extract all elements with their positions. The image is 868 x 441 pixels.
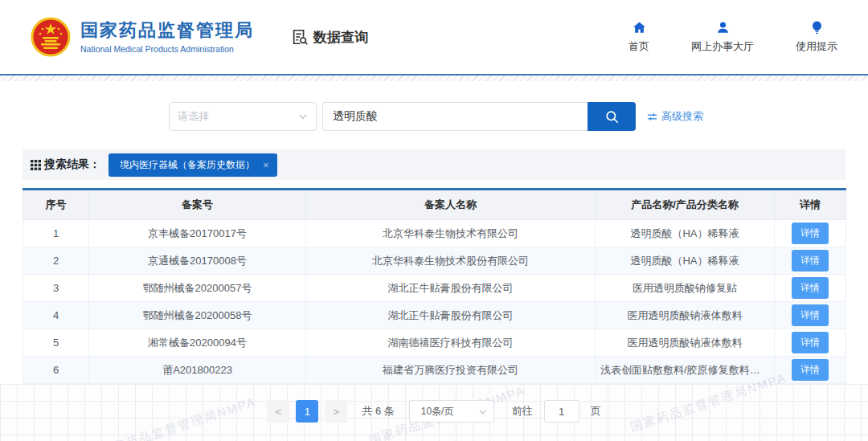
page-size-value: 10条/页: [421, 405, 454, 419]
search-button[interactable]: [588, 102, 636, 131]
table-row: 6 莆A201800223 福建省万腾医疗投资有限公司 浅表创面贴敷敷料/胶原修…: [23, 357, 846, 384]
nav-item-home[interactable]: 首页: [628, 20, 649, 54]
org-logo[interactable]: 国家药品监督管理局 National Medical Products Admi…: [31, 17, 254, 57]
col-header-index: 序号: [23, 190, 89, 220]
detail-button[interactable]: 详情: [792, 304, 829, 326]
goto-suffix-label: 页: [591, 404, 601, 419]
search-icon: [604, 109, 620, 125]
table-row: 2 京通械备20170008号 北京华科泰生物技术股份有限公司 透明质酸（HA）…: [23, 247, 846, 275]
row-registrant: 湖南德禧医疗科技有限公司: [306, 329, 596, 357]
next-page-button[interactable]: >: [325, 400, 347, 423]
row-product: 医用透明质酸钠液体敷料: [596, 329, 775, 357]
goto-page-input[interactable]: [544, 400, 579, 423]
results-table: 序号 备案号 备案人名称 产品名称/产品分类名称 详情 1 京丰械备201700…: [23, 188, 846, 384]
keyword-input[interactable]: [322, 102, 588, 131]
chevron-down-icon: [478, 407, 487, 416]
total-count-label: 共 6 条: [362, 404, 394, 419]
detail-button[interactable]: 详情: [792, 359, 829, 381]
sliders-icon: [647, 112, 657, 122]
footer: 国家药品监督管理局NMPA 国家药品监督管理局NMPA 国家药品监督管理局NMP…: [0, 384, 868, 441]
bulb-icon: [809, 20, 825, 35]
row-record-no: 莆A201800223: [89, 357, 306, 384]
table-row: 3 鄂随州械备20200057号 湖北正牛贴膏股份有限公司 医用透明质酸钠修复贴…: [23, 275, 846, 302]
row-registrant: 湖北正牛贴膏股份有限公司: [306, 275, 596, 302]
row-registrant: 福建省万腾医疗投资有限公司: [306, 357, 596, 384]
nav-label: 使用提示: [796, 39, 837, 54]
row-product: 浅表创面贴敷敷料/胶原修复敷料、浅表创面...: [596, 357, 775, 384]
row-registrant: 北京华科泰生物技术有限公司: [306, 220, 596, 247]
col-header-product: 产品名称/产品分类名称: [596, 190, 775, 220]
detail-button[interactable]: 详情: [792, 250, 829, 272]
chevron-down-icon: [298, 112, 308, 121]
row-index: 1: [23, 220, 89, 247]
row-index: 5: [23, 329, 89, 357]
row-registrant: 湖北正牛贴膏股份有限公司: [306, 302, 596, 329]
results-label: 搜索结果：: [31, 157, 100, 172]
page-title-text: 数据查询: [313, 28, 368, 47]
category-placeholder: 请选择: [178, 109, 298, 124]
row-product: 医用透明质酸钠修复贴: [596, 275, 775, 302]
row-record-no: 京丰械备20170017号: [89, 220, 306, 247]
home-icon: [632, 20, 647, 35]
filter-tag[interactable]: 境内医疗器械（备案历史数据） ×: [108, 153, 277, 177]
page-size-select[interactable]: 10条/页: [409, 400, 494, 423]
nav-item-usage-tips[interactable]: 使用提示: [796, 20, 837, 54]
category-select[interactable]: 请选择: [169, 102, 317, 131]
advanced-search-label: 高级搜索: [661, 109, 703, 124]
row-index: 2: [23, 247, 89, 275]
col-header-record-no: 备案号: [89, 190, 306, 220]
detail-button[interactable]: 详情: [792, 332, 829, 353]
row-index: 6: [23, 357, 89, 384]
nav-item-service-hall[interactable]: 网上办事大厅: [691, 20, 754, 54]
org-name-en: National Medical Products Administration: [80, 44, 254, 54]
national-emblem-icon: [31, 17, 71, 57]
row-index: 4: [23, 302, 89, 329]
table-row: 1 京丰械备20170017号 北京华科泰生物技术有限公司 透明质酸（HA）稀释…: [23, 220, 846, 247]
nav-label: 首页: [628, 39, 649, 54]
table-row: 4 鄂随州械备20200058号 湖北正牛贴膏股份有限公司 医用透明质酸钠液体敷…: [23, 302, 846, 329]
row-record-no: 鄂随州械备20200058号: [89, 302, 306, 329]
advanced-search-link[interactable]: 高级搜索: [647, 109, 703, 124]
page-title: 数据查询: [291, 28, 368, 47]
col-header-registrant: 备案人名称: [306, 190, 596, 220]
detail-button[interactable]: 详情: [792, 223, 829, 244]
detail-button[interactable]: 详情: [792, 277, 829, 299]
current-page-button[interactable]: 1: [296, 400, 318, 423]
row-record-no: 鄂随州械备20200057号: [89, 275, 306, 302]
pagination: < 1 > 共 6 条 10条/页 前往 页: [0, 384, 868, 423]
row-product: 医用透明质酸钠液体敷料: [596, 302, 775, 329]
table-row: 5 湘常械备20200094号 湖南德禧医疗科技有限公司 医用透明质酸钠液体敷料…: [23, 329, 846, 357]
filter-tag-label: 境内医疗器械（备案历史数据）: [120, 158, 255, 172]
prev-page-button[interactable]: <: [267, 400, 289, 423]
top-nav: 首页 网上办事大厅 使用提示: [628, 20, 837, 54]
user-icon: [715, 20, 731, 35]
goto-label: 前往: [512, 404, 533, 419]
header: 国家药品监督管理局 National Medical Products Admi…: [0, 0, 868, 74]
grid-icon: [31, 160, 41, 170]
results-bar: 搜索结果： 境内医疗器械（备案历史数据） ×: [23, 149, 845, 180]
close-icon[interactable]: ×: [263, 160, 269, 170]
search-bar: 请选择 高级搜索: [169, 102, 868, 131]
row-product: 透明质酸（HA）稀释液: [596, 247, 775, 275]
col-header-detail: 详情: [775, 190, 846, 220]
row-record-no: 湘常械备20200094号: [89, 329, 306, 357]
row-registrant: 北京华科泰生物技术股份有限公司: [306, 247, 596, 275]
results-label-text: 搜索结果：: [44, 157, 100, 172]
row-index: 3: [23, 275, 89, 302]
row-product: 透明质酸（HA）稀释液: [596, 220, 775, 247]
doc-search-icon: [291, 28, 309, 46]
table-header-row: 序号 备案号 备案人名称 产品名称/产品分类名称 详情: [23, 190, 846, 220]
hatch-strip: [0, 76, 868, 81]
row-record-no: 京通械备20170008号: [89, 247, 306, 275]
org-name-cn: 国家药品监督管理局: [80, 20, 254, 41]
nav-label: 网上办事大厅: [691, 39, 754, 54]
